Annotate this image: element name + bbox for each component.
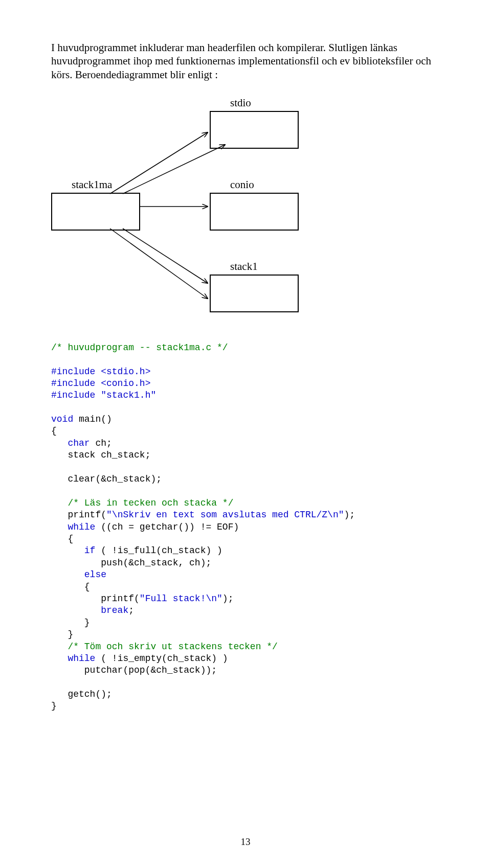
code-comment: /* huvudprogram -- stack1ma.c */ [51,342,228,353]
code-block: /* huvudprogram -- stack1ma.c */ #includ… [51,342,440,713]
code-keyword: if [84,545,96,556]
code-text: stack ch_stack; [51,450,150,460]
code-text [51,653,68,664]
page-number: 13 [0,836,491,848]
code-text: } [51,629,73,639]
code-include: #include "stack1.h" [51,390,156,400]
svg-line-3 [123,229,208,283]
code-text [51,498,68,508]
svg-line-4 [110,229,208,299]
code-text: ch; [90,438,112,448]
code-text: ( !is_full(ch_stack) ) [95,545,222,556]
code-text: ); [222,593,234,604]
code-string: "Full stack!\n" [140,593,222,604]
code-text: clear(&ch_stack); [51,474,162,484]
code-keyword: void [51,414,73,424]
code-text [51,522,68,532]
code-keyword: char [68,438,90,448]
code-text: ( !is_empty(ch_stack) ) [95,653,228,664]
code-keyword: while [68,653,95,664]
code-text [51,438,68,448]
code-keyword: else [84,569,106,580]
dependency-diagram: stdio stack1ma conio stack1 [51,92,440,327]
diagram-arrows [51,92,440,327]
code-text: { [51,426,57,436]
code-text: printf( [51,510,106,520]
code-text: { [51,582,90,592]
code-text: } [51,701,57,711]
code-text: ((ch = getchar()) != EOF) [95,522,239,532]
code-text: ); [344,510,355,520]
code-include: #include <stdio.h> [51,367,150,377]
svg-line-0 [110,132,208,194]
code-text [51,569,84,580]
code-text: printf( [51,593,140,604]
code-comment: /* Läs in tecken och stacka */ [68,498,233,508]
code-comment: /* Töm och skriv ut stackens tecken */ [68,642,277,652]
code-text [51,642,68,652]
intro-text: I huvudprogrammet inkluderar man headerf… [51,41,440,81]
code-text: getch(); [51,689,112,699]
code-text: } [51,618,90,628]
code-text [51,545,84,556]
code-keyword: break [101,605,128,615]
code-text: main() [73,414,112,424]
svg-line-1 [123,145,225,194]
code-text: ; [128,605,134,615]
code-text [51,605,101,615]
code-keyword: while [68,522,95,532]
code-text: putchar(pop(&ch_stack)); [51,665,217,675]
code-include: #include <conio.h> [51,378,150,389]
code-text: { [51,534,73,544]
code-text: push(&ch_stack, ch); [51,558,211,568]
code-string: "\nSkriv en text som avslutas med CTRL/Z… [106,510,344,520]
